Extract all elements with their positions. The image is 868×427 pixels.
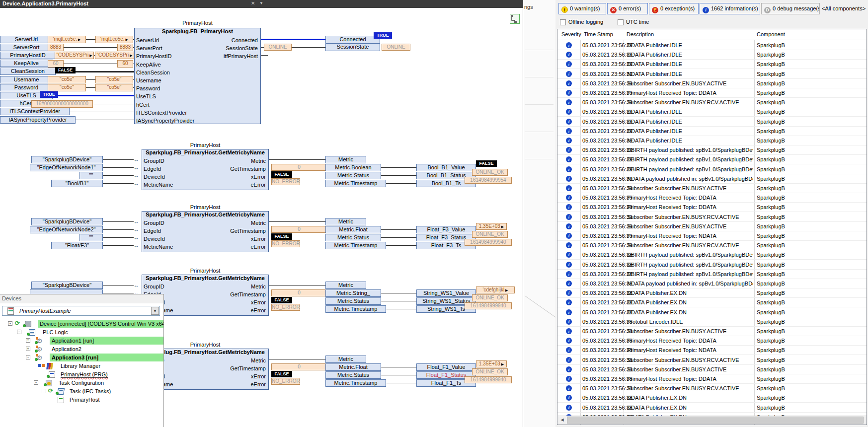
input-variable[interactable]: CleanSession bbox=[0, 68, 56, 75]
input-variable[interactable]: IASyncPropertyProvider bbox=[0, 116, 76, 124]
watch-value-box[interactable]: 1614984999940 bbox=[465, 302, 512, 309]
log-filter-debug[interactable]: D0 debug message(s) bbox=[761, 3, 820, 14]
metric-field-box[interactable]: Metric.Timestamp bbox=[325, 305, 386, 313]
metric-field-box[interactable]: Metric bbox=[325, 356, 366, 363]
horizontal-scrollbar[interactable]: ◀ bbox=[558, 416, 867, 424]
metric-field-box[interactable]: Metric.Status bbox=[325, 234, 381, 241]
tree-item[interactable]: -⚙Application3 [run] bbox=[0, 354, 164, 362]
metric-field-box[interactable]: Metric.Status bbox=[325, 297, 381, 305]
watch-value-box[interactable]: ONLINE_OK bbox=[472, 169, 508, 176]
tree-item[interactable]: +⚙Application2 bbox=[0, 345, 164, 354]
log-row[interactable]: i05.03.2021 23:56:38Subscriber Subscribe… bbox=[557, 365, 867, 374]
input-variable[interactable]: ServerPort bbox=[0, 44, 53, 51]
log-row[interactable]: i05.03.2021 23:56:38PrimaryHost Received… bbox=[557, 346, 867, 355]
log-row[interactable]: i05.03.2021 23:56:39Subscriber Subscribe… bbox=[557, 222, 867, 231]
watch-value-box[interactable]: "co5e" bbox=[48, 76, 86, 83]
project-combo[interactable]: PrimaryHostExample ▼ bbox=[2, 306, 160, 316]
tree-item[interactable]: PrimaryHost (PRG) bbox=[0, 370, 164, 379]
watch-value-box[interactable]: "CODESYSPri▶ bbox=[55, 52, 94, 59]
input-variable[interactable]: "EdgeOfNetworkNode2" bbox=[30, 226, 103, 233]
expand-icon[interactable]: + bbox=[26, 338, 30, 343]
watch-value-box[interactable]: 60 bbox=[48, 60, 64, 68]
watch-value-box[interactable]: 1.35E+03▶ bbox=[476, 223, 507, 230]
log-row[interactable]: i05.03.2021 23:56:39PrimaryHost Received… bbox=[557, 231, 867, 241]
tree-item-label[interactable]: Task (IEC-Tasks) bbox=[70, 388, 111, 394]
log-row[interactable]: i05.03.2021 23:56:39DDATA Publisher.IDLE… bbox=[557, 50, 867, 60]
input-variable[interactable]: "EdgeOfNetworkNode1" bbox=[30, 164, 103, 171]
tree-item[interactable]: PrimaryHost bbox=[0, 396, 164, 404]
tree-item-label[interactable]: Application3 [run] bbox=[52, 355, 98, 360]
log-filter-exception[interactable]: E0 exception(s) bbox=[649, 3, 699, 14]
log-row[interactable]: i05.03.2021 23:56:39DDATA Publisher.IDLE… bbox=[557, 41, 867, 50]
log-row[interactable]: i05.03.2021 23:56:38DDATA Publisher.EX.D… bbox=[557, 298, 867, 307]
network-view-icon[interactable] bbox=[510, 14, 520, 24]
log-row[interactable]: i05.03.2021 23:56:38DDATA Publisher.EX.D… bbox=[557, 288, 867, 298]
collapse-icon[interactable]: - bbox=[26, 355, 30, 359]
offline-logging-checkbox[interactable] bbox=[560, 19, 566, 25]
watch-value-box[interactable]: "co5e" bbox=[95, 76, 133, 83]
watch-value-box[interactable]: ONLINE_OK bbox=[472, 368, 508, 375]
metric-field-box[interactable]: Metric.Timestamp bbox=[325, 180, 386, 187]
input-variable[interactable]: Username bbox=[0, 76, 53, 83]
log-row[interactable]: i05.03.2021 23:56:38DDATA Publisher.EX.D… bbox=[557, 308, 867, 317]
log-row[interactable]: i05.03.2021 23:56:38DDATA Publisher.EX.D… bbox=[557, 393, 867, 403]
watch-value-box[interactable]: 1614984999940 bbox=[465, 376, 512, 383]
input-variable[interactable]: "SparkplugBDevice" bbox=[31, 282, 103, 289]
watch-value-box[interactable]: 1614984999940 bbox=[465, 239, 512, 246]
tree-item-label[interactable]: PrimaryHost bbox=[70, 397, 100, 403]
watch-value-box[interactable]: ONLINE_OK bbox=[472, 231, 508, 238]
collapse-icon[interactable]: - bbox=[17, 330, 21, 334]
log-row[interactable]: i05.03.2021 23:56:39Subscriber Subscribe… bbox=[557, 213, 867, 222]
column-header[interactable]: Description bbox=[627, 31, 654, 37]
column-header[interactable]: Severity bbox=[561, 31, 581, 37]
component-filter-dropdown[interactable]: <All components> bbox=[822, 3, 868, 14]
output-variable[interactable]: Float_F1_Value bbox=[416, 363, 476, 371]
watch-value-box[interactable]: 0 bbox=[271, 363, 327, 370]
watch-value-box[interactable]: "CODESYSPri▶ bbox=[95, 52, 134, 59]
metric-field-box[interactable]: Metric.Timestamp bbox=[325, 379, 386, 387]
log-row[interactable]: i05.03.2021 23:56:39DBIRTH payload publi… bbox=[557, 155, 867, 164]
output-variable[interactable]: Bool_B1_Value bbox=[416, 164, 476, 171]
scroll-left-icon[interactable]: ◀ bbox=[558, 416, 566, 424]
tree-item[interactable]: Library Manager bbox=[0, 362, 164, 370]
tree-item[interactable]: -⟳Task (IEC-Tasks) bbox=[0, 387, 164, 396]
log-row[interactable]: i05.03.2021 23:56:39PrimaryHost Received… bbox=[557, 203, 867, 212]
input-variable[interactable]: "" bbox=[79, 172, 103, 179]
input-variable[interactable]: ITLSContextProvider bbox=[0, 108, 70, 115]
log-row[interactable]: i05.03.2021 23:56:38PrimaryHost Received… bbox=[557, 374, 867, 384]
log-row[interactable]: i05.03.2021 23:56:38DDATA Publisher.EX.D… bbox=[557, 403, 867, 413]
metric-field-box[interactable]: Metric.Status bbox=[325, 371, 381, 379]
utc-time-checkbox[interactable] bbox=[618, 19, 624, 25]
watch-value-box[interactable]: 'mqtt.co5e.▶ bbox=[95, 36, 133, 43]
collapse-icon[interactable]: - bbox=[8, 321, 12, 326]
watch-value-box[interactable]: 0 bbox=[271, 164, 327, 171]
collapse-icon[interactable]: - bbox=[34, 380, 38, 385]
log-row[interactable]: i05.03.2021 23:56:39DDATA Publisher.IDLE… bbox=[557, 107, 867, 117]
log-row[interactable]: i05.03.2021 23:56:38Subscriber Subscribe… bbox=[557, 327, 867, 336]
metric-field-box[interactable]: Metric.Float bbox=[325, 363, 381, 371]
watch-value-box[interactable]: 8883 bbox=[48, 44, 64, 51]
output-variable[interactable]: String_WS1_Value bbox=[416, 289, 476, 297]
output-variable[interactable]: SessionState bbox=[325, 43, 380, 51]
column-header[interactable]: Component bbox=[757, 31, 785, 37]
watch-value-box[interactable]: 60 bbox=[117, 60, 133, 68]
log-row[interactable]: i05.03.2021 23:56:39Subscriber Subscribe… bbox=[557, 79, 867, 88]
log-row[interactable]: i05.03.2021 23:56:39Subscriber Subscribe… bbox=[557, 184, 867, 193]
output-variable[interactable]: Float_F3_Value bbox=[416, 226, 476, 233]
input-variable[interactable]: ServerUrl bbox=[0, 36, 53, 43]
tree-item[interactable]: -PLC Logic bbox=[0, 328, 164, 337]
log-row[interactable]: i05.03.2021 23:56:38Protobuf Encoder.IDL… bbox=[557, 317, 867, 327]
metric-field-box[interactable]: Metric.Status bbox=[325, 172, 381, 179]
log-row[interactable]: i05.03.2021 23:56:38Subscriber Subscribe… bbox=[557, 384, 867, 393]
tree-item-label[interactable]: Task Configuration bbox=[59, 380, 104, 386]
log-row[interactable]: i05.03.2021 23:56:38DBIRTH payload publi… bbox=[557, 260, 867, 270]
tree-item[interactable]: +⚙Application1 [run] bbox=[0, 337, 164, 345]
metric-field-box[interactable]: Metric bbox=[325, 282, 366, 289]
metric-field-box[interactable]: Metric bbox=[325, 156, 366, 163]
input-variable[interactable]: PrimaryHostID bbox=[0, 52, 56, 59]
log-row[interactable]: i05.03.2021 23:56:39DBIRTH payload publi… bbox=[557, 145, 867, 155]
input-variable[interactable]: "SparkplugBDevice" bbox=[31, 156, 103, 163]
metric-field-box[interactable]: Metric.String_ bbox=[325, 289, 381, 297]
input-variable[interactable]: "Bool/B1" bbox=[51, 180, 103, 187]
watch-value-box[interactable]: ONLINE bbox=[382, 44, 410, 51]
